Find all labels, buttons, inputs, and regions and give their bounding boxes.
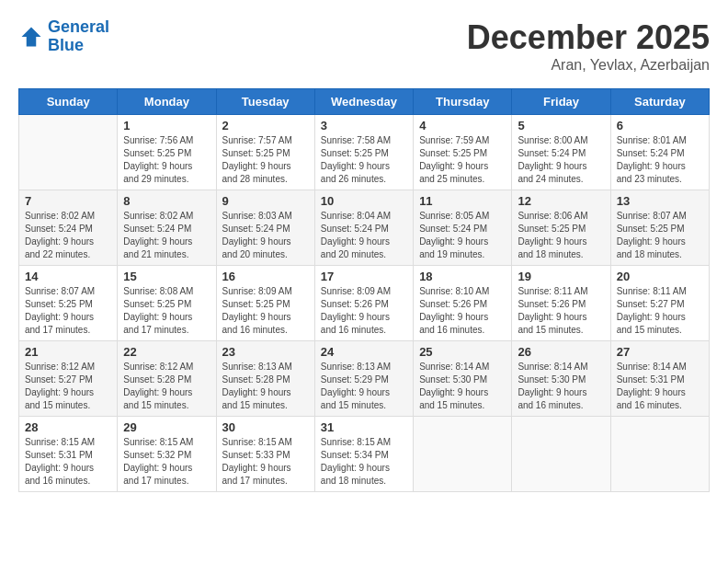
day-number: 11 (419, 194, 506, 208)
calendar-cell: 27Sunrise: 8:14 AMSunset: 5:31 PMDayligh… (610, 341, 709, 417)
day-number: 25 (419, 345, 506, 359)
day-info: Sunrise: 7:59 AMSunset: 5:25 PMDaylight:… (419, 134, 506, 186)
day-number: 30 (222, 420, 309, 434)
calendar-cell (414, 417, 512, 492)
day-number: 23 (222, 345, 309, 359)
calendar-cell: 19Sunrise: 8:11 AMSunset: 5:26 PMDayligh… (512, 266, 610, 341)
day-number: 24 (321, 345, 407, 359)
day-info: Sunrise: 8:03 AMSunset: 5:24 PMDaylight:… (222, 210, 309, 261)
calendar-cell: 22Sunrise: 8:12 AMSunset: 5:28 PMDayligh… (118, 341, 216, 417)
day-number: 18 (419, 270, 506, 283)
calendar-cell: 17Sunrise: 8:09 AMSunset: 5:26 PMDayligh… (314, 266, 413, 341)
day-number: 16 (222, 270, 309, 283)
day-info: Sunrise: 8:07 AMSunset: 5:25 PMDaylight:… (25, 285, 111, 337)
calendar-cell: 5Sunrise: 8:00 AMSunset: 5:24 PMDaylight… (512, 115, 610, 190)
calendar-cell: 31Sunrise: 8:15 AMSunset: 5:34 PMDayligh… (314, 417, 413, 492)
calendar-header-row: SundayMondayTuesdayWednesdayThursdayFrid… (19, 89, 710, 115)
calendar-cell: 14Sunrise: 8:07 AMSunset: 5:25 PMDayligh… (19, 266, 118, 341)
day-number: 2 (222, 119, 309, 132)
svg-marker-0 (22, 27, 41, 46)
logo-icon (18, 24, 44, 50)
day-info: Sunrise: 8:14 AMSunset: 5:31 PMDaylight:… (617, 361, 703, 412)
page-header: General Blue December 2025 Aran, Yevlax,… (18, 18, 710, 74)
day-number: 31 (321, 420, 407, 434)
calendar-row: 7Sunrise: 8:02 AMSunset: 5:24 PMDaylight… (19, 190, 710, 266)
day-number: 9 (222, 194, 309, 208)
day-number: 7 (25, 194, 111, 208)
calendar-row: 21Sunrise: 8:12 AMSunset: 5:27 PMDayligh… (19, 341, 710, 417)
day-info: Sunrise: 8:11 AMSunset: 5:27 PMDaylight:… (617, 285, 703, 337)
calendar-cell: 24Sunrise: 8:13 AMSunset: 5:29 PMDayligh… (314, 341, 413, 417)
month-title: December 2025 (467, 18, 710, 57)
calendar-cell: 13Sunrise: 8:07 AMSunset: 5:25 PMDayligh… (610, 190, 709, 266)
calendar-cell: 20Sunrise: 8:11 AMSunset: 5:27 PMDayligh… (610, 266, 709, 341)
day-number: 20 (617, 270, 703, 283)
day-info: Sunrise: 8:07 AMSunset: 5:25 PMDaylight:… (617, 210, 703, 261)
day-number: 29 (123, 420, 210, 434)
day-number: 4 (419, 119, 506, 132)
day-info: Sunrise: 7:56 AMSunset: 5:25 PMDaylight:… (123, 134, 210, 186)
title-block: December 2025 Aran, Yevlax, Azerbaijan (467, 18, 710, 74)
calendar-cell: 6Sunrise: 8:01 AMSunset: 5:24 PMDaylight… (610, 115, 709, 190)
day-number: 10 (321, 194, 407, 208)
calendar-cell: 21Sunrise: 8:12 AMSunset: 5:27 PMDayligh… (19, 341, 118, 417)
day-info: Sunrise: 8:04 AMSunset: 5:24 PMDaylight:… (321, 210, 407, 261)
calendar-cell: 8Sunrise: 8:02 AMSunset: 5:24 PMDaylight… (118, 190, 216, 266)
weekday-header: Saturday (610, 89, 709, 115)
day-info: Sunrise: 8:14 AMSunset: 5:30 PMDaylight:… (419, 361, 506, 412)
weekday-header: Monday (118, 89, 216, 115)
day-info: Sunrise: 8:15 AMSunset: 5:34 PMDaylight:… (321, 436, 407, 488)
logo-text: General Blue (48, 18, 109, 55)
calendar-cell: 4Sunrise: 7:59 AMSunset: 5:25 PMDaylight… (414, 115, 512, 190)
day-number: 5 (518, 119, 604, 132)
day-info: Sunrise: 8:15 AMSunset: 5:31 PMDaylight:… (25, 436, 111, 488)
calendar-cell: 11Sunrise: 8:05 AMSunset: 5:24 PMDayligh… (414, 190, 512, 266)
day-number: 1 (123, 119, 210, 132)
calendar-cell: 1Sunrise: 7:56 AMSunset: 5:25 PMDaylight… (118, 115, 216, 190)
day-info: Sunrise: 8:09 AMSunset: 5:26 PMDaylight:… (321, 285, 407, 337)
day-info: Sunrise: 8:11 AMSunset: 5:26 PMDaylight:… (518, 285, 604, 337)
day-number: 19 (518, 270, 604, 283)
day-number: 6 (617, 119, 703, 132)
day-info: Sunrise: 8:01 AMSunset: 5:24 PMDaylight:… (617, 134, 703, 186)
day-info: Sunrise: 8:06 AMSunset: 5:25 PMDaylight:… (518, 210, 604, 261)
calendar-cell: 16Sunrise: 8:09 AMSunset: 5:25 PMDayligh… (216, 266, 314, 341)
day-info: Sunrise: 8:02 AMSunset: 5:24 PMDaylight:… (123, 210, 210, 261)
calendar-cell: 18Sunrise: 8:10 AMSunset: 5:26 PMDayligh… (414, 266, 512, 341)
calendar-cell: 15Sunrise: 8:08 AMSunset: 5:25 PMDayligh… (118, 266, 216, 341)
weekday-header: Wednesday (314, 89, 413, 115)
calendar-cell: 10Sunrise: 8:04 AMSunset: 5:24 PMDayligh… (314, 190, 413, 266)
calendar-cell: 2Sunrise: 7:57 AMSunset: 5:25 PMDaylight… (216, 115, 314, 190)
calendar-cell: 25Sunrise: 8:14 AMSunset: 5:30 PMDayligh… (414, 341, 512, 417)
day-info: Sunrise: 8:13 AMSunset: 5:29 PMDaylight:… (321, 361, 407, 412)
logo: General Blue (18, 18, 109, 55)
day-info: Sunrise: 8:02 AMSunset: 5:24 PMDaylight:… (25, 210, 111, 261)
day-number: 26 (518, 345, 604, 359)
day-number: 21 (25, 345, 111, 359)
day-info: Sunrise: 8:09 AMSunset: 5:25 PMDaylight:… (222, 285, 309, 337)
calendar-cell: 7Sunrise: 8:02 AMSunset: 5:24 PMDaylight… (19, 190, 118, 266)
calendar-cell: 30Sunrise: 8:15 AMSunset: 5:33 PMDayligh… (216, 417, 314, 492)
weekday-header: Tuesday (216, 89, 314, 115)
day-info: Sunrise: 8:10 AMSunset: 5:26 PMDaylight:… (419, 285, 506, 337)
calendar-cell (512, 417, 610, 492)
location: Aran, Yevlax, Azerbaijan (467, 57, 710, 74)
day-info: Sunrise: 8:13 AMSunset: 5:28 PMDaylight:… (222, 361, 309, 412)
day-number: 22 (123, 345, 210, 359)
calendar: SundayMondayTuesdayWednesdayThursdayFrid… (18, 88, 710, 492)
day-info: Sunrise: 8:15 AMSunset: 5:33 PMDaylight:… (222, 436, 309, 488)
calendar-cell: 12Sunrise: 8:06 AMSunset: 5:25 PMDayligh… (512, 190, 610, 266)
day-info: Sunrise: 8:00 AMSunset: 5:24 PMDaylight:… (518, 134, 604, 186)
calendar-cell: 3Sunrise: 7:58 AMSunset: 5:25 PMDaylight… (314, 115, 413, 190)
day-info: Sunrise: 8:05 AMSunset: 5:24 PMDaylight:… (419, 210, 506, 261)
day-info: Sunrise: 7:57 AMSunset: 5:25 PMDaylight:… (222, 134, 309, 186)
day-info: Sunrise: 8:15 AMSunset: 5:32 PMDaylight:… (123, 436, 210, 488)
day-number: 12 (518, 194, 604, 208)
day-info: Sunrise: 8:12 AMSunset: 5:27 PMDaylight:… (25, 361, 111, 412)
calendar-cell: 26Sunrise: 8:14 AMSunset: 5:30 PMDayligh… (512, 341, 610, 417)
weekday-header: Sunday (19, 89, 118, 115)
day-number: 28 (25, 420, 111, 434)
calendar-cell (610, 417, 709, 492)
day-number: 27 (617, 345, 703, 359)
day-number: 13 (617, 194, 703, 208)
